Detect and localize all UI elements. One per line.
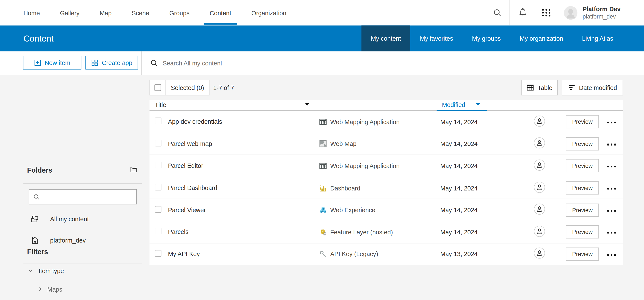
table-row: My API Key API Key (Legacy) May 13, 2024… xyxy=(150,243,623,265)
modified-date: May 14, 2024 xyxy=(440,184,478,191)
item-title-link[interactable]: Parcel Viewer xyxy=(168,206,206,213)
table-row: App dev credentials Web Mapping Applicat… xyxy=(150,111,623,133)
folder-all-my-content[interactable]: All my content xyxy=(30,215,89,223)
modified-sort-caret-icon[interactable] xyxy=(476,103,480,106)
toolbar: New item Create app xyxy=(0,52,644,75)
item-type-label: Web Mapping Application xyxy=(330,162,400,169)
owner-person-icon[interactable] xyxy=(534,204,545,215)
nav-item-home[interactable]: Home xyxy=(24,0,40,25)
owner-person-icon[interactable] xyxy=(534,248,545,259)
table-body: App dev credentials Web Mapping Applicat… xyxy=(150,111,623,265)
filter-item[interactable]: Maps xyxy=(38,282,150,296)
sidebar: Folders All my content xyxy=(0,75,150,300)
table-row: Parcel web map Web Map May 14, 2024 Prev… xyxy=(150,133,623,155)
item-title-link[interactable]: Parcel Editor xyxy=(168,162,203,169)
content-search xyxy=(150,52,636,75)
app-grid-icon xyxy=(91,59,98,66)
search-icon xyxy=(33,193,40,200)
owner-person-icon[interactable] xyxy=(534,182,545,193)
tab-my-favorites[interactable]: My favorites xyxy=(410,25,462,51)
tab-my-content[interactable]: My content xyxy=(361,25,410,51)
row-checkbox[interactable] xyxy=(155,250,162,256)
nav-item-organization[interactable]: Organization xyxy=(251,0,286,25)
web-experience-icon xyxy=(319,206,327,214)
preview-button[interactable]: Preview xyxy=(566,115,599,128)
row-checkbox[interactable] xyxy=(155,118,162,124)
top-nav: Home Gallery Map Scene Groups Content Or… xyxy=(0,0,644,25)
more-options-button[interactable] xyxy=(607,229,616,236)
more-options-button[interactable] xyxy=(607,163,616,170)
selected-count-label[interactable]: Selected (0) xyxy=(171,84,204,91)
title-sort-caret-icon[interactable] xyxy=(305,103,309,106)
folder-label: platform_dev xyxy=(50,237,86,244)
modified-date: May 14, 2024 xyxy=(440,207,478,213)
more-options-button[interactable] xyxy=(607,207,616,214)
select-all-checkbox[interactable] xyxy=(154,84,161,91)
filter-group-item-type[interactable]: Item type xyxy=(28,267,64,274)
owner-person-icon[interactable] xyxy=(534,159,545,171)
chevron-down-icon xyxy=(28,268,33,273)
folder-platform-dev[interactable]: platform_dev xyxy=(30,236,86,245)
content-search-input[interactable] xyxy=(162,59,636,67)
nav-item-gallery[interactable]: Gallery xyxy=(60,0,80,25)
owner-person-icon[interactable] xyxy=(534,116,545,127)
more-options-button[interactable] xyxy=(607,141,616,148)
dashboard-icon xyxy=(319,184,327,192)
more-options-button[interactable] xyxy=(607,251,616,258)
preview-button[interactable]: Preview xyxy=(566,225,599,239)
item-title-link[interactable]: App dev credentials xyxy=(168,118,222,125)
sort-button[interactable]: Date modified xyxy=(562,80,623,96)
modified-date: May 14, 2024 xyxy=(440,118,478,125)
preview-button[interactable]: Preview xyxy=(566,247,599,261)
nav-item-groups[interactable]: Groups xyxy=(170,0,190,25)
item-title-link[interactable]: Parcels xyxy=(168,228,188,235)
view-mode-button[interactable]: Table xyxy=(521,80,558,96)
more-options-button[interactable] xyxy=(607,119,616,126)
preview-button[interactable]: Preview xyxy=(566,203,599,216)
web-map-icon xyxy=(319,140,327,148)
new-folder-icon[interactable] xyxy=(130,165,138,173)
new-item-button[interactable]: New item xyxy=(23,56,81,70)
owner-person-icon[interactable] xyxy=(534,138,545,149)
column-header-modified[interactable]: Modified xyxy=(442,101,465,108)
filter-group-label: Item type xyxy=(39,267,64,274)
create-app-button[interactable]: Create app xyxy=(85,56,138,70)
item-title-link[interactable]: Parcel web map xyxy=(168,140,212,147)
tab-my-organization[interactable]: My organization xyxy=(510,25,573,51)
preview-button[interactable]: Preview xyxy=(566,137,599,150)
modified-date: May 13, 2024 xyxy=(440,250,478,257)
app-launcher-icon[interactable] xyxy=(542,8,551,18)
table-row: Parcels Feature Layer (hosted) May 14, 2… xyxy=(150,221,623,243)
item-type-label: Web Experience xyxy=(330,207,375,213)
row-checkbox[interactable] xyxy=(155,228,162,235)
preview-button[interactable]: Preview xyxy=(566,181,599,195)
nav-item-map[interactable]: Map xyxy=(100,0,112,25)
item-title-link[interactable]: My API Key xyxy=(168,250,200,257)
row-checkbox[interactable] xyxy=(155,206,162,213)
preview-button[interactable]: Preview xyxy=(566,159,599,172)
folder-label: All my content xyxy=(50,215,89,222)
more-options-button[interactable] xyxy=(607,185,616,192)
content-area: Folders All my content xyxy=(0,75,644,300)
tab-my-groups[interactable]: My groups xyxy=(462,25,510,51)
row-checkbox[interactable] xyxy=(155,184,162,190)
filter-item[interactable]: Layers xyxy=(38,296,150,300)
owner-person-icon[interactable] xyxy=(534,226,545,237)
search-icon[interactable] xyxy=(493,8,502,17)
column-header-title[interactable]: Title xyxy=(155,101,166,108)
item-type-label: Dashboard xyxy=(330,184,360,191)
row-checkbox[interactable] xyxy=(155,162,162,168)
folder-search-input[interactable] xyxy=(43,193,125,200)
item-title-link[interactable]: Parcel Dashboard xyxy=(168,184,217,191)
nav-item-content[interactable]: Content xyxy=(210,0,231,25)
tab-living-atlas[interactable]: Living Atlas xyxy=(573,25,623,51)
sort-descending-icon xyxy=(568,84,575,91)
web-mapping-app-icon xyxy=(319,118,327,126)
row-checkbox[interactable] xyxy=(155,140,162,146)
modified-date: May 14, 2024 xyxy=(440,162,478,169)
user-meta[interactable]: Platform Dev platform_dev xyxy=(582,6,620,20)
nav-item-scene[interactable]: Scene xyxy=(132,0,149,25)
user-avatar[interactable] xyxy=(564,6,578,20)
new-item-label: New item xyxy=(45,59,70,66)
notifications-bell-icon[interactable] xyxy=(518,8,528,18)
